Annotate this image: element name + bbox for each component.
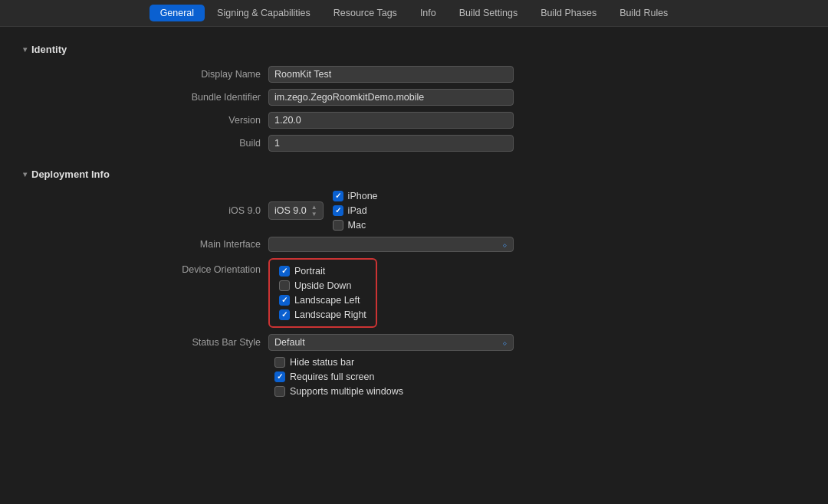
mac-label: Mac — [348, 220, 366, 231]
main-interface-row: Main Interface ⬦ — [23, 237, 805, 252]
version-label: Version — [23, 115, 268, 126]
build-input[interactable] — [268, 135, 514, 152]
status-bar-options-row: Hide status bar Requires full screen Sup… — [23, 357, 805, 397]
orientation-portrait: Portrait — [279, 266, 366, 277]
upsidedown-checkbox[interactable] — [279, 280, 290, 291]
supports-multiple-windows-checkbox[interactable] — [274, 386, 285, 397]
landscape-right-checkbox[interactable] — [279, 309, 290, 320]
orientation-box: Portrait Upside Down Landscape Left Land… — [268, 258, 377, 328]
display-name-label: Display Name — [23, 69, 268, 80]
deployment-chevron: ▾ — [23, 170, 27, 178]
orientation-upsidedown: Upside Down — [279, 280, 366, 291]
identity-header: ▾ Identity — [23, 44, 805, 55]
bundle-id-input[interactable] — [268, 89, 514, 106]
status-bar-style-label: Status Bar Style — [23, 337, 268, 348]
tab-build-rules[interactable]: Build Rules — [609, 5, 678, 21]
device-iphone: iPhone — [333, 191, 378, 201]
deployment-section: ▾ Deployment Info iOS 9.0 iOS 9.0 ▲▼ iPh… — [23, 169, 805, 397]
status-bar-style-arrow: ⬦ — [502, 338, 508, 347]
tab-general[interactable]: General — [150, 5, 205, 21]
main-interface-dropdown[interactable]: ⬦ — [268, 237, 514, 252]
hide-status-bar-label: Hide status bar — [290, 357, 354, 368]
version-row: Version — [23, 112, 805, 129]
device-ipad: iPad — [333, 205, 378, 216]
landscape-right-label: Landscape Right — [294, 309, 366, 320]
devices-list: iPhone iPad Mac — [333, 191, 378, 231]
deployment-header: ▾ Deployment Info — [23, 169, 805, 180]
requires-full-screen-item: Requires full screen — [274, 371, 403, 382]
ios-version-selector[interactable]: iOS 9.0 ▲▼ — [268, 201, 324, 220]
bundle-id-row: Bundle Identifier — [23, 89, 805, 106]
mac-checkbox[interactable] — [333, 220, 343, 231]
ios-version-label: iOS 9.0 — [23, 205, 268, 216]
status-bar-style-row: Status Bar Style Default ⬦ — [23, 334, 805, 351]
build-row: Build — [23, 135, 805, 152]
orientation-landscape-right: Landscape Right — [279, 309, 366, 320]
tab-signing[interactable]: Signing & Capabilities — [206, 5, 321, 21]
build-label: Build — [23, 138, 268, 149]
main-content: ▾ Identity Display Name Bundle Identifie… — [0, 27, 828, 503]
main-interface-label: Main Interface — [23, 239, 268, 250]
identity-section: ▾ Identity Display Name Bundle Identifie… — [23, 44, 805, 152]
tab-bar: General Signing & Capabilities Resource … — [0, 0, 828, 27]
tab-resource-tags[interactable]: Resource Tags — [323, 5, 408, 21]
version-input[interactable] — [268, 112, 514, 129]
portrait-checkbox[interactable] — [279, 266, 290, 277]
requires-full-screen-label: Requires full screen — [290, 371, 374, 382]
deployment-title: Deployment Info — [31, 169, 110, 180]
display-name-input[interactable] — [268, 66, 514, 83]
supports-multiple-windows-item: Supports multiple windows — [274, 386, 403, 397]
device-mac: Mac — [333, 220, 378, 231]
device-orientation-row: Device Orientation Portrait Upside Down … — [23, 258, 805, 328]
status-bar-style-dropdown[interactable]: Default ⬦ — [268, 334, 514, 351]
ios-devices-row: iOS 9.0 iOS 9.0 ▲▼ iPhone iPad — [23, 191, 805, 231]
requires-full-screen-checkbox[interactable] — [274, 371, 285, 382]
ipad-label: iPad — [348, 205, 367, 216]
hide-status-bar-item: Hide status bar — [274, 357, 403, 368]
orientation-group: Portrait Upside Down Landscape Left Land… — [279, 266, 366, 320]
display-name-row: Display Name — [23, 66, 805, 83]
tab-build-phases[interactable]: Build Phases — [530, 5, 607, 21]
supports-multiple-windows-label: Supports multiple windows — [290, 386, 403, 397]
tab-build-settings[interactable]: Build Settings — [449, 5, 528, 21]
landscape-left-label: Landscape Left — [294, 295, 360, 306]
iphone-checkbox[interactable] — [333, 191, 343, 201]
tab-info[interactable]: Info — [409, 5, 447, 21]
ios-stepper[interactable]: ▲▼ — [311, 204, 317, 218]
orientation-landscape-left: Landscape Left — [279, 295, 366, 306]
landscape-left-checkbox[interactable] — [279, 295, 290, 306]
identity-title: Identity — [31, 44, 67, 55]
portrait-label: Portrait — [294, 266, 325, 277]
ios-selector[interactable]: iOS 9.0 ▲▼ iPhone iPad Mac — [268, 191, 378, 231]
status-bar-style-value: Default — [274, 337, 305, 348]
identity-chevron: ▾ — [23, 45, 27, 54]
ipad-checkbox[interactable] — [333, 205, 343, 216]
device-orientation-label: Device Orientation — [23, 258, 268, 275]
iphone-label: iPhone — [348, 191, 378, 201]
main-interface-arrow: ⬦ — [502, 240, 508, 249]
status-bar-options-group: Hide status bar Requires full screen Sup… — [274, 357, 403, 397]
hide-status-bar-checkbox[interactable] — [274, 357, 285, 368]
bundle-id-label: Bundle Identifier — [23, 92, 268, 103]
ios-version-value: iOS 9.0 — [274, 205, 307, 216]
upsidedown-label: Upside Down — [294, 280, 351, 291]
